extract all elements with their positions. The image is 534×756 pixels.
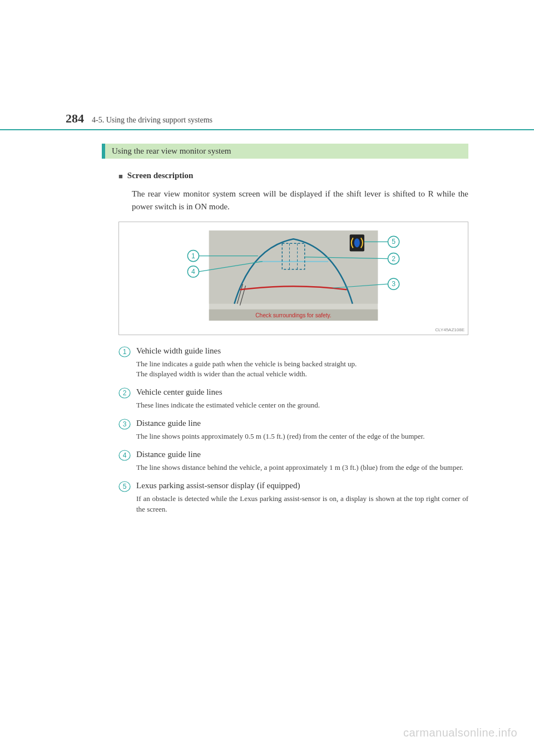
item-desc: The line shows points approximately 0.5 …: [136, 431, 468, 442]
svg-text:2: 2: [123, 389, 127, 397]
subheading: Screen description: [127, 171, 193, 180]
page-number: 284: [66, 111, 84, 126]
callout-4-icon: 4: [187, 266, 199, 277]
svg-text:3: 3: [392, 280, 395, 288]
svg-text:4: 4: [191, 267, 195, 275]
figure: Check surroundings for safety. 1 4: [118, 222, 468, 335]
safety-text: Check surroundings for safety.: [255, 312, 331, 318]
callout-2-icon: 2: [388, 253, 399, 264]
list-item: 4 Distance guide line The line shows dis…: [118, 449, 468, 478]
item-title: Vehicle center guide lines: [136, 386, 468, 398]
callout-3-icon: 3: [388, 278, 399, 289]
list-item: 2 Vehicle center guide lines These lines…: [118, 386, 468, 415]
square-bullet-icon: ■: [118, 171, 123, 182]
item-number-icon: 5: [118, 480, 131, 493]
item-desc: The line indicates a guide path when the…: [136, 359, 468, 380]
section-heading: Using the rear view monitor system: [102, 144, 468, 159]
svg-text:5: 5: [123, 483, 127, 490]
item-desc: These lines indicate the estimated vehic…: [136, 400, 468, 411]
svg-point-6: [354, 238, 360, 247]
list-item: 1 Vehicle width guide lines The line ind…: [118, 345, 468, 385]
item-title: Distance guide line: [136, 418, 468, 429]
svg-text:5: 5: [392, 238, 395, 246]
watermark: carmanualsonline.info: [403, 726, 517, 739]
section-path: 4-5. Using the driving support systems: [92, 116, 212, 125]
svg-text:1: 1: [123, 348, 127, 356]
item-title: Vehicle width guide lines: [136, 345, 468, 357]
item-number-icon: 1: [118, 346, 131, 358]
item-number-icon: 4: [118, 449, 131, 462]
svg-text:2: 2: [392, 254, 395, 262]
page-header: 284 4-5. Using the driving support syste…: [66, 111, 468, 126]
svg-text:1: 1: [191, 252, 195, 259]
item-number-icon: 2: [118, 387, 131, 399]
callout-1-icon: 1: [187, 250, 199, 261]
intro-text: The rear view monitor system screen will…: [132, 188, 468, 214]
svg-text:4: 4: [123, 451, 127, 459]
image-code: CLY45AZ108E: [435, 327, 464, 332]
svg-text:3: 3: [123, 420, 127, 428]
item-title: Lexus parking assist-sensor display (if …: [136, 480, 468, 492]
callout-5-icon: 5: [388, 236, 399, 247]
header-rule: [0, 129, 534, 130]
list-item: 5 Lexus parking assist-sensor display (i…: [118, 480, 468, 519]
rear-view-diagram: Check surroundings for safety. 1 4: [125, 228, 462, 329]
list-item: 3 Distance guide line The line shows poi…: [118, 418, 468, 446]
item-number-icon: 3: [118, 418, 131, 430]
item-desc: If an obstacle is detected while the Lex…: [136, 494, 468, 515]
item-desc: The line shows distance behind the vehic…: [136, 463, 468, 473]
item-title: Distance guide line: [136, 449, 468, 460]
